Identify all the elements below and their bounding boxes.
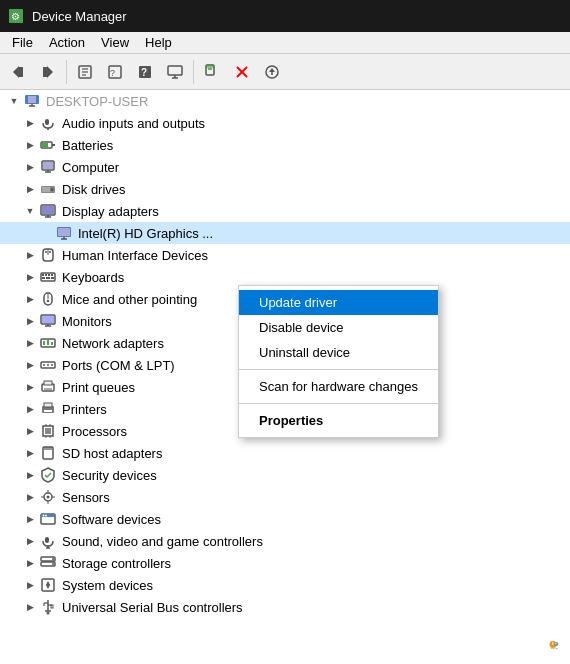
ctx-scan-hardware[interactable]: Scan for hardware changes xyxy=(239,374,438,399)
tree-item-sensors[interactable]: ▶ Sensors xyxy=(0,486,570,508)
svg-rect-36 xyxy=(43,162,53,169)
svg-rect-71 xyxy=(47,340,49,345)
usb-icon xyxy=(38,597,58,617)
download-button[interactable] xyxy=(258,58,286,86)
root-label: DESKTOP-USER xyxy=(46,94,148,109)
sensors-label: Sensors xyxy=(62,490,110,505)
ctx-uninstall-device[interactable]: Uninstall device xyxy=(239,340,438,365)
audio-icon xyxy=(38,113,58,133)
tree-item-disk[interactable]: ▶ Disk drives xyxy=(0,178,570,200)
monitor-button[interactable] xyxy=(161,58,189,86)
menu-help[interactable]: Help xyxy=(137,33,180,52)
tree-item-intel-gpu[interactable]: Intel(R) HD Graphics ... xyxy=(0,222,570,244)
svg-point-123 xyxy=(555,643,557,645)
tree-item-usb[interactable]: ▶ Universal Serial Bus controllers xyxy=(0,596,570,618)
expand-root: ▼ xyxy=(6,90,22,112)
menu-view[interactable]: View xyxy=(93,33,137,52)
security-icon xyxy=(38,465,58,485)
disk-icon xyxy=(38,179,58,199)
svg-rect-57 xyxy=(48,274,50,276)
tree-item-system[interactable]: ▶ System devices xyxy=(0,574,570,596)
tree-item-batteries[interactable]: ▶ Batteries xyxy=(0,134,570,156)
expand-keyboards: ▶ xyxy=(22,266,38,288)
svg-point-110 xyxy=(52,563,54,565)
system-icon xyxy=(38,575,58,595)
remove-button[interactable] xyxy=(228,58,256,86)
svg-text:A: A xyxy=(552,642,554,646)
tree-item-display[interactable]: ▼ Display adapters xyxy=(0,200,570,222)
expand-software: ▶ xyxy=(22,508,38,530)
tree-item-audio[interactable]: ▶ Audio inputs and outputs xyxy=(0,112,570,134)
printq-icon xyxy=(38,377,58,397)
back-button[interactable] xyxy=(4,58,32,86)
sound-icon xyxy=(38,531,58,551)
ports-icon xyxy=(38,355,58,375)
tree-item-sound[interactable]: ▶ Sound, video and game controllers xyxy=(0,530,570,552)
svg-point-95 xyxy=(47,496,50,499)
tree-item-storage[interactable]: ▶ Storage controllers xyxy=(0,552,570,574)
svg-point-75 xyxy=(47,364,49,366)
svg-point-53 xyxy=(49,251,51,253)
forward-button[interactable] xyxy=(34,58,62,86)
toolbar-sep-2 xyxy=(193,60,194,84)
svg-point-114 xyxy=(47,612,50,615)
computer-root-icon xyxy=(22,91,42,111)
menu-file[interactable]: File xyxy=(4,33,41,52)
expand-usb: ▶ xyxy=(22,596,38,618)
expand-disk: ▶ xyxy=(22,178,38,200)
expand-processors: ▶ xyxy=(22,420,38,442)
storage-icon xyxy=(38,553,58,573)
ctx-disable-device[interactable]: Disable device xyxy=(239,315,438,340)
network-icon xyxy=(38,333,58,353)
svg-point-103 xyxy=(45,515,47,517)
tree-item-software[interactable]: ▶ Software devices xyxy=(0,508,570,530)
system-label: System devices xyxy=(62,578,153,593)
svg-rect-55 xyxy=(42,274,44,276)
ctx-properties[interactable]: Properties xyxy=(239,408,438,433)
update-driver-toolbar-button[interactable]: ? xyxy=(101,58,129,86)
mice-label: Mice and other pointing xyxy=(62,292,197,307)
app-icon: ⚙ xyxy=(8,8,24,24)
tree-item-security[interactable]: ▶ Security devices xyxy=(0,464,570,486)
computer-icon xyxy=(38,157,58,177)
ctx-sep-2 xyxy=(239,403,438,404)
tree-item-sd[interactable]: ▶ SD host adapters xyxy=(0,442,570,464)
svg-point-102 xyxy=(43,515,45,517)
watermark-logo: A wxdn.com xyxy=(546,637,562,653)
properties-button[interactable] xyxy=(71,58,99,86)
intel-gpu-icon xyxy=(54,223,74,243)
printq-label: Print queues xyxy=(62,380,135,395)
expand-computer: ▶ xyxy=(22,156,38,178)
keyboards-label: Keyboards xyxy=(62,270,124,285)
sound-label: Sound, video and game controllers xyxy=(62,534,263,549)
ctx-sep-1 xyxy=(239,369,438,370)
svg-rect-19 xyxy=(206,65,214,68)
svg-text:wxdn.com: wxdn.com xyxy=(551,648,559,649)
svg-point-52 xyxy=(45,251,47,253)
expand-mice: ▶ xyxy=(22,288,38,310)
tree-root[interactable]: ▼ DESKTOP-USER xyxy=(0,90,570,112)
hid-label: Human Interface Devices xyxy=(62,248,208,263)
batteries-label: Batteries xyxy=(62,138,113,153)
ctx-update-driver[interactable]: Update driver xyxy=(239,290,438,315)
battery-icon xyxy=(38,135,58,155)
svg-rect-84 xyxy=(45,428,51,434)
svg-text:?: ? xyxy=(141,67,147,78)
expand-network: ▶ xyxy=(22,332,38,354)
software-icon xyxy=(38,509,58,529)
printer-icon xyxy=(38,399,58,419)
help-button[interactable]: ? xyxy=(131,58,159,86)
expand-storage: ▶ xyxy=(22,552,38,574)
svg-text:⚙: ⚙ xyxy=(11,11,20,22)
intel-gpu-label: Intel(R) HD Graphics ... xyxy=(78,226,213,241)
svg-rect-3 xyxy=(19,67,23,77)
svg-rect-82 xyxy=(44,410,52,412)
tree-item-computer[interactable]: ▶ Computer xyxy=(0,156,570,178)
main-area[interactable]: ▼ DESKTOP-USER ▶ Audio inputs and output… xyxy=(0,90,570,664)
sd-icon xyxy=(38,443,58,463)
tree-item-hid[interactable]: ▶ Human Interface Devices xyxy=(0,244,570,266)
svg-point-64 xyxy=(47,300,49,302)
watermark: A wxdn.com xyxy=(546,637,562,656)
scan-button[interactable] xyxy=(198,58,226,86)
menu-action[interactable]: Action xyxy=(41,33,93,52)
